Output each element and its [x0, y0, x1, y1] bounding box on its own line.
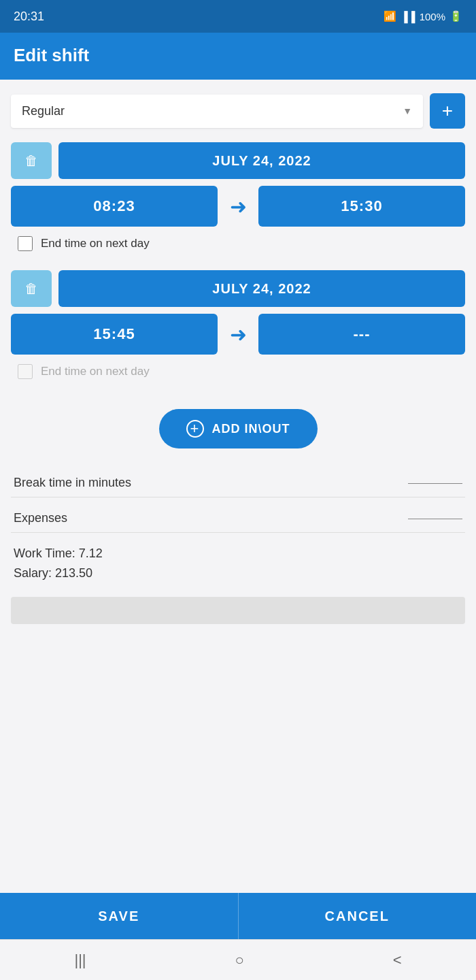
expenses-label: Expenses — [14, 511, 67, 525]
status-bar: 20:31 📶 ▐▐ 100% 🔋 — [0, 0, 476, 33]
menu-nav-icon[interactable]: ||| — [74, 951, 86, 969]
end-time-2-button[interactable]: --- — [258, 314, 465, 355]
home-nav-icon[interactable]: ○ — [235, 951, 243, 969]
page-title: Edit shift — [14, 45, 89, 65]
date-row-2: 🗑 JULY 24, 2022 — [11, 270, 465, 307]
nav-bar: ||| ○ < — [0, 939, 476, 980]
date-1-button[interactable]: JULY 24, 2022 — [58, 142, 465, 179]
status-icons: 📶 ▐▐ 100% 🔋 — [384, 10, 462, 22]
save-button[interactable]: SAVE — [0, 893, 238, 939]
trash-icon-2: 🗑 — [24, 281, 38, 297]
next-day-label-1: End time on next day — [41, 237, 150, 250]
wifi-icon: 📶 — [384, 10, 396, 22]
break-time-input[interactable] — [408, 482, 462, 484]
delete-shift-1-button[interactable]: 🗑 — [11, 142, 52, 179]
status-time: 20:31 — [14, 10, 44, 24]
header: Edit shift — [0, 33, 476, 80]
shift-type-dropdown[interactable]: Regular ▼ — [11, 95, 423, 128]
salary-label: Salary: 213.50 — [14, 566, 92, 580]
signal-icon: ▐▐ — [401, 11, 415, 22]
next-day-label-2: End time on next day — [41, 365, 150, 378]
arrow-right-icon: ➜ — [224, 195, 252, 218]
back-nav-icon[interactable]: < — [393, 951, 402, 969]
start-time-1-value: 08:23 — [93, 197, 135, 215]
date-2-value: JULY 24, 2022 — [212, 281, 311, 297]
work-time-row: Work Time: 7.12 — [14, 546, 462, 561]
date-row-1: 🗑 JULY 24, 2022 — [11, 142, 465, 179]
cancel-button[interactable]: CANCEL — [238, 893, 477, 939]
next-day-checkbox-1[interactable] — [18, 236, 33, 251]
add-inout-label: ADD IN\OUT — [212, 422, 290, 436]
date-1-value: JULY 24, 2022 — [212, 153, 311, 169]
expenses-input[interactable] — [408, 517, 462, 519]
shift-type-value: Regular — [22, 104, 65, 118]
next-day-row-2: End time on next day — [11, 364, 465, 379]
start-time-2-button[interactable]: 15:45 — [11, 314, 218, 355]
shift-block-2: 🗑 JULY 24, 2022 15:45 ➜ --- End time on … — [11, 270, 465, 385]
chevron-down-icon: ▼ — [403, 105, 412, 116]
shift-type-row: Regular ▼ + — [11, 93, 465, 129]
end-time-1-button[interactable]: 15:30 — [258, 186, 465, 227]
add-shift-button[interactable]: + — [430, 93, 465, 129]
battery-icon: 🔋 — [449, 10, 462, 22]
add-inout-container: + ADD IN\OUT — [11, 409, 465, 448]
date-2-button[interactable]: JULY 24, 2022 — [58, 270, 465, 307]
shift-block-1: 🗑 JULY 24, 2022 08:23 ➜ 15:30 End time o… — [11, 142, 465, 257]
break-time-row: Break time in minutes — [11, 465, 465, 497]
start-time-2-value: 15:45 — [93, 325, 135, 343]
end-time-2-value: --- — [354, 325, 371, 343]
next-day-checkbox-2[interactable] — [18, 364, 33, 379]
time-row-2: 15:45 ➜ --- — [11, 314, 465, 355]
plus-icon: + — [442, 100, 453, 122]
salary-row: Salary: 213.50 — [14, 566, 462, 581]
circle-plus-icon: + — [186, 420, 204, 438]
break-time-label: Break time in minutes — [14, 476, 131, 490]
next-day-row-1: End time on next day — [11, 236, 465, 251]
info-section: Work Time: 7.12 Salary: 213.50 — [11, 536, 465, 591]
work-time-label: Work Time: 7.12 — [14, 546, 103, 560]
arrow-right-icon-2: ➜ — [224, 323, 252, 346]
end-time-1-value: 15:30 — [341, 197, 382, 215]
trash-icon: 🗑 — [24, 153, 38, 169]
main-content: Regular ▼ + 🗑 JULY 24, 2022 08:23 ➜ 15:3… — [0, 80, 476, 893]
start-time-1-button[interactable]: 08:23 — [11, 186, 218, 227]
add-inout-button[interactable]: + ADD IN\OUT — [159, 409, 318, 448]
battery-label: 100% — [420, 11, 445, 22]
time-row-1: 08:23 ➜ 15:30 — [11, 186, 465, 227]
bottom-buttons: SAVE CANCEL — [0, 893, 476, 939]
delete-shift-2-button[interactable]: 🗑 — [11, 270, 52, 307]
expenses-row: Expenses — [11, 500, 465, 533]
grey-bar — [11, 597, 465, 624]
